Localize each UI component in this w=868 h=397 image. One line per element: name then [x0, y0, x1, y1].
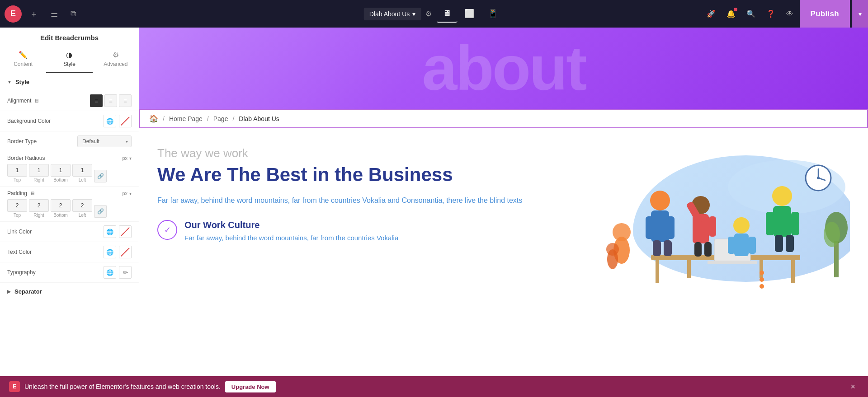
svg-rect-31 [791, 212, 799, 235]
style-section-arrow: ▼ [7, 79, 12, 84]
page-hero: about [139, 28, 868, 109]
border-radius-unit-toggle[interactable]: ▾ [129, 156, 132, 161]
border-radius-top-input[interactable] [7, 164, 27, 177]
padding-unit: px [122, 191, 127, 196]
panel-content: ▼ Style Alignment 🖥 ≡ ≡ ≡ Background Col… [0, 73, 139, 376]
separator-section-arrow: ▶ [7, 289, 11, 294]
padding-top-label: Top [14, 213, 21, 218]
publish-dropdown-button[interactable]: ▾ [852, 0, 868, 28]
svg-point-28 [772, 186, 792, 206]
page-settings-button[interactable]: ⚙ [423, 7, 434, 21]
border-type-select[interactable]: Default [77, 135, 132, 147]
publish-button[interactable]: Publish [800, 0, 850, 28]
desktop-view-button[interactable]: 🖥 [436, 5, 457, 23]
canvas-scroll[interactable]: about 🏠 / Home Page / Page / Dlab About … [139, 28, 868, 376]
navigator-button[interactable]: 🚀 [702, 6, 720, 22]
border-radius-left-label: Left [79, 177, 86, 182]
mobile-view-button[interactable]: 📱 [481, 5, 504, 23]
svg-rect-23 [704, 242, 712, 257]
panel-header: Edit Breadcrumbs ✏️ Content ◑ Style ⚙ Ad… [0, 28, 139, 73]
banner-upgrade-button[interactable]: Upgrade Now [225, 381, 276, 392]
padding-bottom-input[interactable] [51, 199, 71, 212]
padding-unit-toggle[interactable]: ▾ [129, 191, 132, 196]
svg-point-40 [824, 222, 840, 247]
layers-button[interactable]: ⧉ [66, 6, 81, 21]
content-tab-label: Content [14, 61, 33, 67]
style-section-header[interactable]: ▼ Style [0, 73, 139, 91]
padding-inputs: Top Right Bottom Left 🔗 [7, 199, 107, 218]
svg-rect-11 [708, 261, 757, 264]
link-color-label: Link Color [7, 229, 104, 235]
svg-rect-14 [646, 216, 654, 239]
elementor-logo[interactable]: E [5, 5, 22, 23]
tablet-view-button[interactable]: ⬜ [458, 5, 481, 23]
tab-style[interactable]: ◑ Style [46, 47, 92, 73]
svg-rect-16 [653, 240, 661, 256]
tab-content[interactable]: ✏️ Content [0, 47, 46, 73]
padding-link-button[interactable]: 🔗 [94, 205, 107, 218]
typography-edit-button[interactable]: ✏ [119, 266, 132, 279]
panel-title: Edit Breadcrumbs [0, 34, 139, 42]
typography-global-button[interactable]: 🌐 [104, 266, 116, 279]
advanced-tab-icon: ⚙ [113, 51, 119, 59]
settings-panel-button[interactable]: ⚌ [46, 6, 62, 22]
banner-close-button[interactable]: × [847, 380, 859, 393]
svg-point-24 [733, 217, 750, 234]
canvas-area: about 🏠 / Home Page / Page / Dlab About … [139, 28, 868, 376]
border-radius-left: Left [72, 164, 92, 182]
breadcrumb-page[interactable]: Page [213, 115, 228, 122]
work-culture-text: Our Work Culture Far far away, behind th… [184, 220, 398, 243]
breadcrumb-sep-1: / [163, 115, 165, 122]
padding-right-label: Right [33, 213, 44, 218]
padding-right-input[interactable] [29, 199, 49, 212]
padding-top-input[interactable] [7, 199, 27, 212]
align-center-button[interactable]: ≡ [104, 94, 117, 107]
canvas-inner: about 🏠 / Home Page / Page / Dlab About … [139, 28, 868, 376]
text-color-global-button[interactable]: 🌐 [104, 246, 116, 258]
content-tab-icon: ✏️ [19, 51, 28, 59]
svg-rect-17 [664, 240, 672, 256]
svg-rect-7 [791, 260, 795, 283]
preview-button[interactable]: 👁 [782, 6, 798, 22]
search-button[interactable]: 🔍 [742, 6, 760, 22]
background-color-remove-button[interactable] [119, 115, 132, 127]
padding-bottom-label: Bottom [53, 213, 68, 218]
text-color-label: Text Color [7, 249, 104, 255]
separator-section-header[interactable]: ▶ Separator [0, 283, 139, 300]
left-panel: Edit Breadcrumbs ✏️ Content ◑ Style ⚙ Ad… [0, 28, 139, 376]
tab-advanced[interactable]: ⚙ Advanced [93, 47, 139, 73]
border-radius-left-input[interactable] [72, 164, 92, 177]
illustration-area [570, 146, 850, 291]
breadcrumb-home-icon[interactable]: 🏠 [149, 114, 158, 123]
svg-rect-38 [834, 241, 839, 277]
background-color-controls: 🌐 [104, 115, 132, 127]
svg-rect-27 [749, 237, 756, 254]
site-name-button[interactable]: Dlab About Us ▾ [364, 8, 421, 20]
typography-row: Typography 🌐 ✏ [0, 262, 139, 283]
background-color-global-button[interactable]: 🌐 [104, 115, 116, 127]
border-radius-right-input[interactable] [29, 164, 49, 177]
border-radius-bottom-input[interactable] [51, 164, 71, 177]
padding-left: Left [72, 199, 92, 218]
checkmark-icon: ✓ [164, 225, 171, 235]
notifications-button[interactable]: 🔔 [722, 6, 740, 22]
text-color-controls: 🌐 [104, 246, 132, 258]
add-element-button[interactable]: ＋ [25, 6, 42, 22]
text-color-remove-button[interactable] [119, 246, 132, 258]
align-right-button[interactable]: ≡ [119, 94, 132, 107]
link-color-global-button[interactable]: 🌐 [104, 225, 116, 238]
topbar-right: 🚀 🔔 🔍 ❓ 👁 Publish ▾ [702, 0, 868, 28]
border-type-label: Border Type [7, 138, 77, 145]
padding-left-input[interactable] [72, 199, 92, 212]
border-type-controls: Default ▾ [77, 135, 132, 147]
banner-message: Unleash the full power of Elementor's fe… [24, 383, 221, 390]
border-radius-link-button[interactable]: 🔗 [94, 170, 107, 182]
breadcrumb-home-page[interactable]: Home Page [169, 115, 203, 122]
link-color-remove-button[interactable] [119, 225, 132, 238]
work-culture-icon: ✓ [157, 220, 177, 240]
align-left-button[interactable]: ≡ [90, 94, 103, 107]
help-button[interactable]: ❓ [762, 6, 780, 22]
svg-point-42 [760, 277, 764, 282]
separator-section-label: Separator [14, 288, 42, 295]
background-color-label: Background Color [7, 118, 104, 124]
